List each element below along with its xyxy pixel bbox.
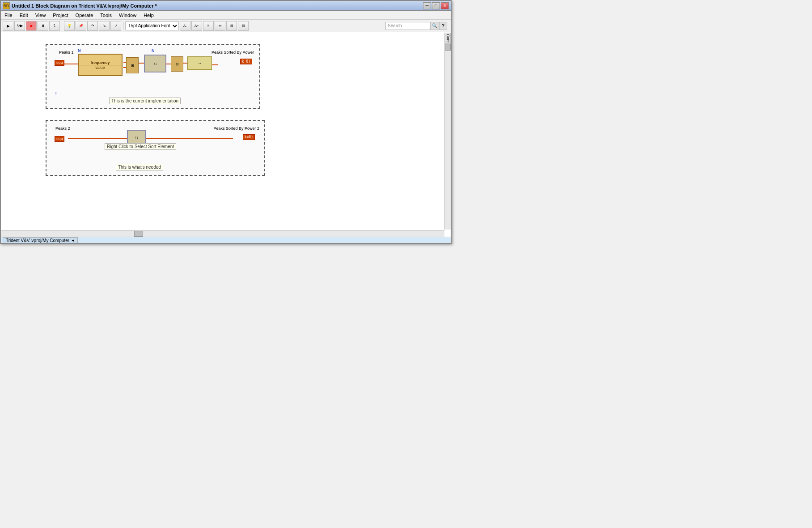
- wire-sort-out: [146, 138, 233, 139]
- unbundle-block[interactable]: ⊟: [171, 56, 183, 72]
- scrollbar-bottom[interactable]: [1, 230, 444, 237]
- menu-window[interactable]: Window: [117, 12, 138, 19]
- wire-arrow-out: [212, 64, 218, 65]
- input-terminal-2: equ: [55, 136, 64, 142]
- reorder-button[interactable]: ⊟: [238, 21, 249, 31]
- arrow-block[interactable]: →: [187, 56, 212, 70]
- n-label-2: N: [152, 48, 155, 53]
- peaks2-label: Peaks 2: [55, 126, 70, 131]
- tab-arrow: ◄: [71, 238, 75, 243]
- n-label-1: N: [78, 48, 81, 53]
- search-button[interactable]: 🔍: [430, 22, 439, 30]
- menu-view[interactable]: View: [34, 12, 48, 19]
- comment-2: This is what's needed: [116, 164, 163, 170]
- toolbar: ▶ ↻▶ ■ ⏸ ⤵ 💡 📌 ↷ ↘ ↗ 15pt Application Fo…: [1, 20, 451, 32]
- font-size-down[interactable]: A-: [180, 21, 190, 31]
- project-tab-label: Trident V&V.lvproj/My Computer: [6, 238, 69, 243]
- wire-1: [63, 64, 78, 64]
- wire-3: [123, 67, 126, 68]
- right-click-label: Right Click to Select Sort Element: [105, 143, 176, 150]
- app-icon: BD: [3, 2, 10, 9]
- comment-1: This is the current implementation: [109, 98, 181, 104]
- toolbar-sep1: [62, 22, 62, 30]
- scroll-thumb-h[interactable]: [134, 231, 143, 237]
- retain-button[interactable]: 📌: [76, 21, 86, 31]
- toolbar-sep2: [123, 22, 123, 30]
- wire-2: [123, 62, 126, 63]
- sort-block[interactable]: ↑↓: [144, 55, 166, 72]
- menu-file[interactable]: File: [3, 12, 14, 19]
- pause-button[interactable]: ⏸: [38, 21, 48, 31]
- step-out-button[interactable]: ↗: [110, 21, 121, 31]
- menu-help[interactable]: Help: [142, 12, 156, 19]
- title-buttons: ─ □ ✕: [423, 2, 449, 9]
- cont-label: Cont: [444, 33, 451, 44]
- wire-unbundle-arrow: [183, 63, 187, 64]
- font-size-up[interactable]: A+: [191, 21, 202, 31]
- window-title: Untitled 1 Block Diagram on Trident V&V.…: [12, 3, 157, 9]
- main-window: BD Untitled 1 Block Diagram on Trident V…: [0, 0, 452, 244]
- bundle-block[interactable]: ⊞: [126, 57, 139, 73]
- font-selector[interactable]: 15pt Application Font: [125, 21, 179, 30]
- title-bar: BD Untitled 1 Block Diagram on Trident V…: [1, 1, 451, 11]
- distribute-button[interactable]: ⇔: [215, 21, 225, 31]
- close-button[interactable]: ✕: [441, 2, 449, 9]
- menu-project[interactable]: Project: [51, 12, 70, 19]
- canvas-area[interactable]: N N Peaks 1 equ frequency value I ⊞: [1, 33, 444, 230]
- search-box-area: 🔍 ?: [385, 22, 447, 30]
- output-terminal-2: k=0): [243, 134, 255, 140]
- frequency-label: frequency: [90, 60, 110, 65]
- output-terminal-1: k=0): [240, 59, 252, 64]
- peaks-sorted-label-2: Peaks Sorted By Power 2: [213, 126, 259, 131]
- frame2: Peaks 2 equ ↑↓ k=0) Peaks Sorted By Powe…: [46, 120, 265, 176]
- frame1: N N Peaks 1 equ frequency value I ⊞: [46, 44, 260, 109]
- menu-tools[interactable]: Tools: [98, 12, 114, 19]
- highlight-button[interactable]: 💡: [64, 21, 75, 31]
- run-button[interactable]: ▶: [3, 21, 13, 31]
- peaks1-label: Peaks 1: [59, 50, 74, 55]
- scrollbar-right[interactable]: [444, 33, 451, 230]
- maximize-button[interactable]: □: [432, 2, 440, 9]
- status-bar: Trident V&V.lvproj/My Computer ◄: [1, 237, 451, 243]
- wire-sort-unbundle: [166, 64, 171, 64]
- peaks-sorted-label-1: Peaks Sorted By Power: [211, 50, 254, 55]
- search-input[interactable]: [385, 22, 430, 30]
- menu-operate[interactable]: Operate: [74, 12, 95, 19]
- step-over-button[interactable]: ↷: [87, 21, 98, 31]
- step-button[interactable]: ⤵: [49, 21, 60, 31]
- i-label-1: I: [55, 91, 57, 95]
- resize-button[interactable]: ⊞: [226, 21, 237, 31]
- peaks-function-block[interactable]: frequency value: [78, 54, 123, 76]
- project-tab[interactable]: Trident V&V.lvproj/My Computer ◄: [3, 237, 78, 243]
- value-label: value: [79, 65, 122, 70]
- title-bar-left: BD Untitled 1 Block Diagram on Trident V…: [3, 2, 157, 9]
- help-button[interactable]: ?: [439, 22, 447, 30]
- menu-bar: File Edit View Project Operate Tools Win…: [1, 11, 451, 20]
- step-into-button[interactable]: ↘: [99, 21, 110, 31]
- abort-button[interactable]: ■: [26, 21, 37, 31]
- input-terminal-1: equ: [55, 60, 64, 66]
- minimize-button[interactable]: ─: [423, 2, 431, 9]
- menu-edit[interactable]: Edit: [18, 12, 30, 19]
- run-continuously-button[interactable]: ↻▶: [14, 21, 25, 31]
- wire-bundle-sort: [139, 63, 144, 64]
- align-button[interactable]: ≡: [203, 21, 214, 31]
